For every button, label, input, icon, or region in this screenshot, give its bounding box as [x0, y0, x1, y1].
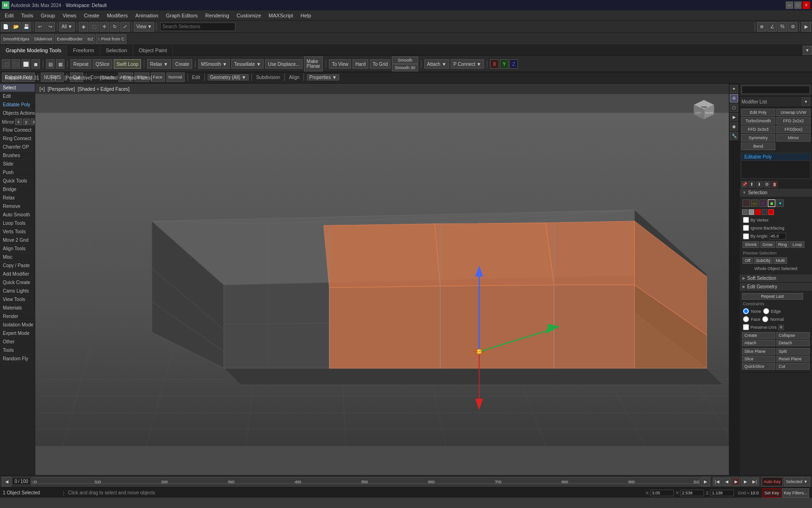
- subobj-button[interactable]: SubObj: [754, 257, 773, 264]
- spinner-snap-button[interactable]: ⚙: [788, 22, 797, 32]
- by-angle-input[interactable]: [770, 233, 786, 239]
- geometry-dropdown[interactable]: Geometry (All) ▼: [208, 74, 249, 80]
- close-button[interactable]: ✕: [803, 1, 810, 9]
- detach-button[interactable]: Detach: [776, 340, 810, 346]
- multi-button[interactable]: Multi: [773, 257, 787, 264]
- menu-rendering[interactable]: Rendering: [202, 10, 233, 21]
- left-copy-paste[interactable]: Copy / Paste: [0, 262, 35, 270]
- left-remove[interactable]: Remove: [0, 202, 35, 211]
- sel-color-red2[interactable]: [768, 209, 774, 215]
- new-scene-button[interactable]: 📄: [1, 22, 10, 32]
- left-select[interactable]: Select: [0, 84, 35, 92]
- left-misc[interactable]: Misc: [0, 253, 35, 262]
- constraint-normal-radio[interactable]: [762, 316, 768, 322]
- menu-group[interactable]: Group: [37, 10, 59, 21]
- left-quick-create[interactable]: Quick Create: [0, 278, 35, 287]
- slide-knot-btn[interactable]: SlideKnot: [32, 34, 55, 44]
- timeline-scroll-right[interactable]: ▶: [701, 477, 710, 486]
- ignore-backfacing-check[interactable]: [743, 225, 749, 231]
- attach-button[interactable]: Attach ▼: [424, 59, 449, 69]
- undo-button[interactable]: ↩: [35, 22, 45, 32]
- preserve-uvs-btn[interactable]: ⚙: [778, 325, 784, 330]
- mod-ffd3x3x3[interactable]: FFD 3x3x3: [741, 126, 775, 133]
- mod-mirror[interactable]: Mirror: [776, 134, 811, 142]
- cut-right-button[interactable]: Cut: [776, 363, 810, 370]
- tab-freeform[interactable]: Freeform: [67, 45, 100, 56]
- object-name-input[interactable]: Object001: [742, 86, 810, 94]
- left-push[interactable]: Push: [0, 168, 35, 177]
- swift-loop-button[interactable]: Swift Loop: [114, 59, 141, 69]
- left-ring-connect[interactable]: Ring Connect: [0, 135, 35, 143]
- shrink-button[interactable]: Shrink: [742, 241, 759, 248]
- menu-graph-editors[interactable]: Graph Editors: [162, 10, 202, 21]
- bc-perspective[interactable]: [Perspective]: [61, 74, 95, 82]
- x-input[interactable]: [650, 490, 674, 496]
- stack-nav-up[interactable]: ⬆: [749, 181, 755, 188]
- reset-plane-button[interactable]: Reset Plane: [776, 356, 810, 362]
- ri-modify-btn[interactable]: ⚙: [730, 94, 738, 103]
- selection-header[interactable]: ▼ Selection: [740, 189, 812, 197]
- mod-edit-poly[interactable]: Edit Poly: [741, 109, 775, 116]
- move-button[interactable]: ✛: [100, 22, 109, 32]
- next-frame-button[interactable]: ▶: [741, 477, 750, 486]
- left-other[interactable]: Other: [0, 338, 35, 346]
- ri-hierarchy-btn[interactable]: ⬡: [730, 103, 738, 112]
- left-align-tools[interactable]: Align Tools: [0, 245, 35, 253]
- left-quick-tools[interactable]: Quick Tools: [0, 177, 35, 185]
- attach-geo-button[interactable]: Attach: [742, 340, 775, 346]
- select-object-button[interactable]: ◈: [79, 22, 88, 32]
- percent-snap-button[interactable]: %: [778, 22, 787, 32]
- mod-symmetry[interactable]: Symmetry: [741, 134, 775, 142]
- render-button[interactable]: ▶: [802, 22, 811, 32]
- menu-tools[interactable]: Tools: [17, 10, 37, 21]
- sel-color-dark[interactable]: [762, 209, 767, 215]
- timeline-track[interactable]: 0 10 20 30 40 50 60 70 80: [31, 477, 700, 486]
- left-verts-tools[interactable]: Verts Tools: [0, 228, 35, 236]
- to-view-button[interactable]: To View: [329, 59, 351, 69]
- msmooth-button[interactable]: MSmooth ▼: [198, 59, 230, 69]
- left-expert-mode[interactable]: Expert Mode: [0, 329, 35, 338]
- left-editable-poly[interactable]: Editable Poly: [0, 101, 35, 109]
- left-chamfer-op[interactable]: Chamfer OP: [0, 143, 35, 151]
- menu-customize[interactable]: Customize: [233, 10, 265, 21]
- left-slide[interactable]: Slide: [0, 160, 35, 168]
- ri-display-btn[interactable]: ◉: [730, 122, 738, 131]
- viewport-tag-plus[interactable]: [+]: [38, 87, 46, 92]
- scale-button[interactable]: ⤢: [120, 22, 130, 32]
- bc-rappatools[interactable]: RappaTools3.31: [2, 74, 42, 82]
- modifier-list-btn[interactable]: ▼: [802, 97, 810, 106]
- left-tools[interactable]: Tools: [0, 346, 35, 355]
- graphite-icon-btn2[interactable]: ⬛: [12, 59, 20, 69]
- sel-color-2[interactable]: [749, 209, 754, 215]
- mod-unwrap-uvw[interactable]: Unwrap UVW: [776, 109, 811, 116]
- create-button[interactable]: Create: [172, 59, 192, 69]
- make-planar-button[interactable]: MakePlanar: [304, 56, 323, 71]
- left-isolation-mode[interactable]: Isolation Mode: [0, 321, 35, 329]
- split-button[interactable]: Split: [776, 348, 810, 355]
- mod-ffdbox[interactable]: FFD(box): [776, 126, 811, 133]
- play-button[interactable]: ▶: [732, 477, 740, 486]
- left-relax[interactable]: Relax: [0, 194, 35, 202]
- minimize-button[interactable]: ─: [786, 1, 793, 9]
- stack-pin-btn[interactable]: 📌: [741, 181, 748, 188]
- menu-animation[interactable]: Animation: [132, 10, 162, 21]
- z-constraint-btn[interactable]: Z: [509, 59, 518, 69]
- tessellate-button[interactable]: Tessellate ▼: [231, 59, 264, 69]
- open-button[interactable]: 📂: [11, 22, 21, 32]
- relax-button[interactable]: Relax ▼: [147, 59, 171, 69]
- y-constraint-btn[interactable]: Y: [500, 59, 509, 69]
- tab-graphite-modeling[interactable]: Graphite Modeling Tools: [0, 45, 67, 56]
- maximize-button[interactable]: □: [794, 1, 802, 9]
- graphite-icon-btn6[interactable]: ▦: [56, 59, 64, 69]
- left-bridge[interactable]: Bridge: [0, 185, 35, 194]
- hard-button[interactable]: Hard: [352, 59, 368, 69]
- menu-help[interactable]: Help: [297, 10, 315, 21]
- left-random-fly[interactable]: Random Fly: [0, 355, 35, 363]
- constraint-edge-radio[interactable]: [763, 308, 769, 314]
- collapse-button[interactable]: Collapse: [776, 332, 810, 339]
- left-brushes[interactable]: Brushes: [0, 151, 35, 160]
- prev-frame-button[interactable]: ◀: [722, 477, 731, 486]
- navcube[interactable]: TOP FRONT LEFT: [691, 98, 717, 124]
- border-icon[interactable]: □: [759, 199, 767, 207]
- filter-dropdown[interactable]: All ▼: [59, 22, 75, 32]
